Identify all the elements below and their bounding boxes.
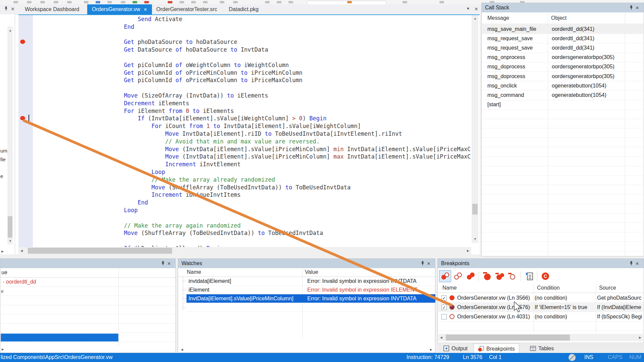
editor-horizontal-scrollbar[interactable]: ◀ ▶: [18, 247, 471, 254]
list-row[interactable]: [1, 324, 175, 333]
call-stack-row[interactable]: msg_commandogeneratebutton(1054): [482, 90, 643, 100]
panel-title: Call Stack: [485, 5, 509, 11]
remove-enabled-breakpoints-icon[interactable]: [494, 270, 506, 282]
code-line: Send Activate: [28, 15, 182, 23]
column-header[interactable]: ue: [1, 269, 7, 276]
pin-icon[interactable]: [4, 6, 8, 12]
status-col: Col 1: [489, 354, 501, 360]
breakpoint-checkbox[interactable]: [441, 314, 447, 319]
enable-breakpoints-icon[interactable]: [465, 270, 477, 282]
close-icon[interactable]: ✕: [11, 6, 15, 12]
call-stack-row[interactable]: [start]: [482, 100, 643, 110]
close-icon[interactable]: ✕: [634, 5, 640, 10]
call-stack-row[interactable]: msg_doprocessoordersgeneratorbpo(305): [482, 72, 643, 81]
disable-breakpoints-icon[interactable]: [452, 270, 464, 282]
tab-output[interactable]: Output: [439, 344, 472, 353]
breakpoints-hscrollbar[interactable]: ◀ ▶: [438, 334, 643, 341]
left-panel-scrollbar[interactable]: ▲ ▼: [7, 26, 13, 244]
clear-conditions-icon[interactable]: C: [539, 270, 551, 282]
toolbar-fragment: [191, 1, 196, 3]
pin-icon[interactable]: [628, 261, 634, 266]
column-header[interactable]: Name: [442, 285, 457, 291]
call-stack-empty-row: [482, 242, 643, 251]
remove-disabled-breakpoints-icon[interactable]: [506, 270, 519, 282]
list-row[interactable]: [1, 342, 175, 352]
left-panel-hscroll-arrow[interactable]: ▶: [1, 250, 4, 253]
breakpoints-toolbar: C: [439, 269, 551, 283]
breakpoint-row[interactable]: OrdersGenerator.vw (Ln 4031)(no conditio…: [438, 312, 643, 321]
close-icon[interactable]: ✕: [634, 261, 640, 266]
close-tab-group-icon[interactable]: ✕: [474, 6, 478, 12]
pin-icon[interactable]: [628, 5, 634, 11]
breakpoint-row[interactable]: ✓OrdersGenerator.vw (Ln 3576)If 'iElemen…: [438, 303, 643, 312]
list-row[interactable]: [1, 333, 175, 342]
list-row[interactable]: [1, 305, 175, 315]
list-row[interactable]: [1, 296, 175, 305]
status-file-path: lized Components\AppSrc\OrdersGenerator.…: [1, 354, 112, 360]
toolbar-fragment: [96, 1, 100, 3]
column-header[interactable]: Name: [187, 269, 201, 275]
remove-breakpoint-icon[interactable]: [481, 270, 493, 282]
breakpoint-checkbox[interactable]: ✓: [441, 305, 447, 310]
code-text[interactable]: Send Activate End Get phoDataSource to h…: [28, 15, 471, 247]
close-icon[interactable]: ✕: [144, 7, 147, 12]
tree-guide-stub: [183, 281, 186, 281]
editor-vertical-scrollbar[interactable]: ▲ ▼: [472, 15, 478, 243]
column-header[interactable]: Source: [599, 285, 616, 291]
toolbar-fragment: [132, 1, 137, 3]
column-header[interactable]: Value: [305, 269, 318, 275]
code-line: // Make the array already randomized: [28, 176, 275, 184]
call-stack-row[interactable]: msg_request_saveoorderdtl_dd(341): [482, 34, 643, 43]
left-panel-fragment: um: [0, 148, 7, 154]
hscroll-arrow[interactable]: ▶: [430, 348, 432, 351]
document-tab-1[interactable]: OrdersGenerator.vw✕: [87, 4, 152, 14]
breakpoint-row[interactable]: ✓OrdersGenerator.vw (Ln 3566)(no conditi…: [438, 293, 643, 303]
watch-row[interactable]: [186, 303, 435, 312]
breakpoint-checkbox[interactable]: ✓: [441, 295, 447, 301]
locals-panel-header[interactable]: ✕: [0, 259, 175, 268]
breakpoint-state-icon[interactable]: [449, 314, 454, 319]
tab-tables[interactable]: Tables: [526, 344, 558, 353]
call-stack-row[interactable]: msg_save_main_fileoorderdtl_dd(341): [482, 24, 643, 34]
chevron-down-icon[interactable]: ▾: [467, 6, 469, 11]
pin-icon[interactable]: [420, 261, 426, 266]
call-stack-row[interactable]: msg_request_saveoorderdtl_dd(341): [482, 43, 643, 53]
watch-row[interactable]: iElementError: Invalid symbol in express…: [186, 286, 435, 294]
list-row[interactable]: [1, 314, 175, 324]
watches-header[interactable]: Watches ✕: [178, 259, 435, 268]
hscroll-arrow[interactable]: ◀: [181, 348, 183, 351]
breakpoint-state-icon[interactable]: [449, 305, 454, 310]
document-tab-2[interactable]: OrderGeneratorTester.src: [152, 4, 222, 14]
close-icon[interactable]: ✕: [426, 261, 432, 266]
breakpoint-state-icon[interactable]: [449, 295, 454, 300]
breakpoint-dot[interactable]: [20, 116, 25, 120]
call-stack-row[interactable]: msg_onclickogeneratebutton(1054): [482, 81, 643, 90]
pin-icon[interactable]: [160, 261, 166, 266]
left-docked-panel: um fie e ▲ ▼ ▶: [0, 14, 15, 254]
document-tab-3[interactable]: Datadict.pkg: [224, 4, 263, 14]
code-line: Move (SizeOfArray (InvtData)) to iElemen…: [28, 92, 268, 100]
column-header[interactable]: Object: [551, 15, 567, 21]
toolbar-fragment: [168, 1, 172, 3]
hscroll-arrow[interactable]: ▶: [2, 348, 4, 351]
toolbar-fragment: [84, 1, 89, 3]
watch-row[interactable]: InvtData[iElement].sValue[iPriceMinColum…: [186, 294, 435, 303]
toggle-breakpoint-icon[interactable]: [439, 270, 451, 282]
close-icon[interactable]: ✕: [166, 261, 172, 266]
call-stack-row[interactable]: msg_onprocessoordersgeneratorbpo(305): [482, 53, 643, 62]
watch-row[interactable]: invtdata[iElement]Error: Invalid symbol …: [186, 277, 435, 286]
list-row[interactable]: - oorderdtl_dd: [1, 278, 175, 287]
column-header[interactable]: Condition: [537, 285, 560, 291]
document-tab-0[interactable]: Workspace Dashboard: [20, 4, 84, 14]
code-editor[interactable]: Send Activate End Get phoDataSource to h…: [15, 15, 480, 254]
breakpoints-header[interactable]: Breakpoints ✕: [438, 259, 644, 268]
tab-breakpoints[interactable]: Breakpoints: [474, 344, 519, 354]
call-stack-row[interactable]: msg_doprocessoordersgeneratorbpo(305): [482, 62, 643, 72]
selected-row-bar[interactable]: [1, 334, 118, 342]
column-header[interactable]: Message: [487, 15, 509, 21]
list-row[interactable]: e: [1, 287, 175, 296]
export-breakpoints-icon[interactable]: [523, 270, 535, 282]
call-stack-header[interactable]: Call Stack ✕: [482, 3, 644, 12]
breakpoint-dot[interactable]: [20, 40, 25, 44]
breakpoint-icon: [478, 346, 484, 352]
